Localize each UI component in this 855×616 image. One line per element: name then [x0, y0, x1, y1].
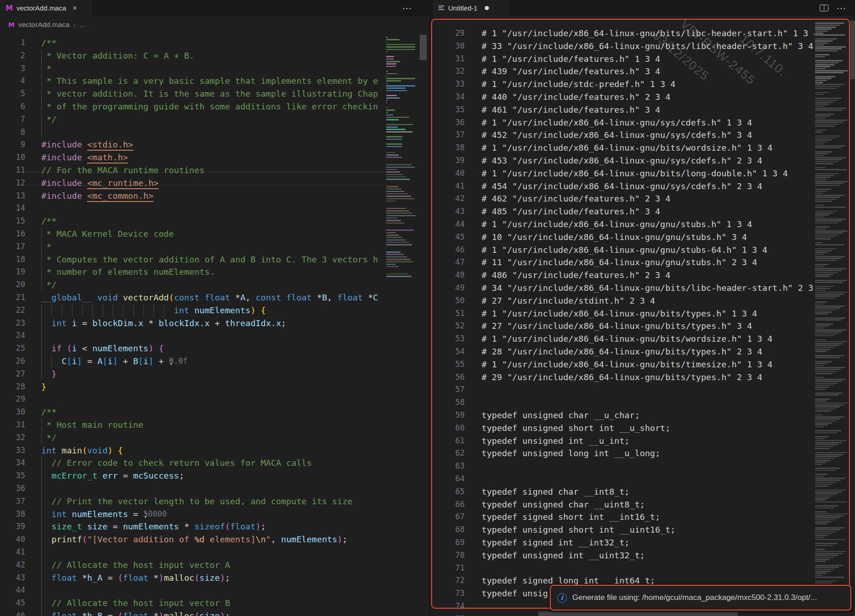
- code-line[interactable]: 20 */: [0, 278, 429, 291]
- code-line[interactable]: 43# 485 "/usr/include/features.h" 3 4: [430, 205, 855, 218]
- code-line[interactable]: 29: [0, 393, 429, 406]
- code-line[interactable]: 38 int numElements = 50000;: [0, 508, 429, 521]
- code-line[interactable]: 14: [0, 202, 429, 215]
- code-line[interactable]: 7 */: [0, 113, 429, 126]
- left-minimap[interactable]: [385, 37, 417, 330]
- code-line[interactable]: 62typedef unsigned long int __u_long;: [430, 447, 855, 460]
- code-line[interactable]: 47# 11 "/usr/include/x86_64-linux-gnu/gn…: [430, 256, 855, 269]
- code-line[interactable]: 21__global__ void vectorAdd(const float …: [0, 291, 429, 304]
- code-line[interactable]: 56# 29 "/usr/include/x86_64-linux-gnu/bi…: [430, 371, 855, 384]
- code-line[interactable]: 68typedef unsigned short int __uint16_t;: [430, 523, 855, 536]
- code-line[interactable]: 8: [0, 126, 429, 139]
- right-editor-actions-more-icon[interactable]: ⋯: [837, 3, 846, 14]
- code-line[interactable]: 51# 1 "/usr/include/x86_64-linux-gnu/bit…: [430, 307, 855, 320]
- code-line[interactable]: 9#include <stdio.h>: [0, 138, 429, 151]
- code-line[interactable]: 65typedef signed char __int8_t;: [430, 485, 855, 498]
- tab-vectoradd-maca[interactable]: M vectorAdd.maca ×: [0, 0, 92, 16]
- code-line[interactable]: 19 * number of elements numElements.: [0, 266, 429, 278]
- code-line[interactable]: 27 }: [0, 368, 429, 381]
- code-line[interactable]: 46# 1 "/usr/include/x86_64-linux-gnu/gnu…: [430, 244, 855, 256]
- code-line[interactable]: 25 if (i < numElements) {: [0, 342, 429, 355]
- code-line[interactable]: 45 // Allocate the host input vector B: [0, 597, 429, 610]
- right-editor[interactable]: 29# 1 "/usr/include/x86_64-linux-gnu/bit…: [430, 16, 855, 616]
- code-line[interactable]: 23 int i = blockDim.x * blockIdx.x + thr…: [0, 317, 429, 330]
- code-line[interactable]: 67typedef signed short int __int16_t;: [430, 511, 855, 523]
- code-line[interactable]: 12#include <mc_runtime.h>: [0, 177, 429, 190]
- code-line[interactable]: 11// For the MACA runtime routines: [0, 164, 429, 177]
- code-line[interactable]: 71: [430, 562, 855, 575]
- code-line[interactable]: 53# 1 "/usr/include/x86_64-linux-gnu/bit…: [430, 333, 855, 345]
- code-line[interactable]: 59typedef unsigned char __u_char;: [430, 409, 855, 422]
- right-scrollbar-handle[interactable]: [850, 21, 855, 79]
- right-horizontal-scrollbar-handle[interactable]: [538, 612, 738, 616]
- code-line[interactable]: 48# 486 "/usr/include/features.h" 2 3 4: [430, 269, 855, 282]
- code-line[interactable]: 60typedef unsigned short int __u_short;: [430, 422, 855, 435]
- code-line[interactable]: 33# 1 "/usr/include/stdc-predef.h" 1 3 4: [430, 78, 855, 91]
- code-line[interactable]: 33int main(void) {: [0, 444, 429, 457]
- code-line[interactable]: 42 // Allocate the host input vector A: [0, 559, 429, 572]
- code-line[interactable]: 36: [0, 482, 429, 495]
- code-line[interactable]: 32 */: [0, 431, 429, 444]
- code-line[interactable]: 13#include <mc_common.h>: [0, 190, 429, 202]
- code-line[interactable]: 58: [430, 396, 855, 409]
- left-scrollbar-handle[interactable]: [420, 35, 427, 60]
- code-line[interactable]: 2 * Vector addition: C = A + B.: [0, 49, 429, 62]
- unsaved-dot-icon[interactable]: [485, 6, 489, 10]
- code-line[interactable]: 37# 452 "/usr/include/x86_64-linux-gnu/s…: [430, 129, 855, 142]
- code-line[interactable]: 64: [430, 473, 855, 485]
- code-line[interactable]: 69typedef signed int __int32_t;: [430, 536, 855, 549]
- close-icon[interactable]: ×: [72, 4, 77, 13]
- code-line[interactable]: 70typedef unsigned int __uint32_t;: [430, 549, 855, 562]
- code-line[interactable]: 24: [0, 329, 429, 342]
- code-line[interactable]: 39# 453 "/usr/include/x86_64-linux-gnu/s…: [430, 154, 855, 167]
- code-line[interactable]: 35# 461 "/usr/include/features.h" 3 4: [430, 104, 855, 116]
- notification-toast[interactable]: i Generate file using: /home/gcui/maca_p…: [550, 585, 851, 611]
- code-line[interactable]: 30/**: [0, 406, 429, 419]
- code-line[interactable]: 37 // Print the vector length to be used…: [0, 495, 429, 508]
- code-line[interactable]: 61typedef unsigned int __u_int;: [430, 435, 855, 447]
- code-line[interactable]: 31 * Host main routine: [0, 419, 429, 431]
- left-editor-actions-more-icon[interactable]: ⋯: [402, 3, 412, 14]
- code-line[interactable]: 44: [0, 584, 429, 597]
- code-line[interactable]: 35 mcError_t err = mcSuccess;: [0, 469, 429, 482]
- split-editor-icon[interactable]: [820, 5, 828, 11]
- code-line[interactable]: 57: [430, 383, 855, 396]
- left-editor[interactable]: 1/**2 * Vector addition: C = A + B.3 *4 …: [0, 33, 429, 616]
- code-line[interactable]: 18 * Computes the vector addition of A a…: [0, 253, 429, 266]
- code-line[interactable]: 32# 439 "/usr/include/features.h" 3 4: [430, 65, 855, 78]
- code-line[interactable]: 66typedef unsigned char __uint8_t;: [430, 498, 855, 511]
- breadcrumb-file[interactable]: vectorAdd.maca: [18, 21, 70, 29]
- breadcrumb-symbol-more[interactable]: …: [79, 21, 87, 29]
- code-line[interactable]: 41: [0, 546, 429, 559]
- code-line[interactable]: 22 int numElements) {: [0, 304, 429, 317]
- code-line[interactable]: 10#include <math.h>: [0, 151, 429, 164]
- code-line[interactable]: 36# 1 "/usr/include/x86_64-linux-gnu/sys…: [430, 116, 855, 129]
- code-line[interactable]: 29# 1 "/usr/include/x86_64-linux-gnu/bit…: [430, 27, 855, 40]
- code-line[interactable]: 42# 462 "/usr/include/features.h" 2 3 4: [430, 192, 855, 205]
- code-line[interactable]: 30# 33 "/usr/include/x86_64-linux-gnu/bi…: [430, 40, 855, 53]
- editor-group-divider[interactable]: [429, 0, 430, 616]
- code-line[interactable]: 3 *: [0, 62, 429, 75]
- code-line[interactable]: 41# 454 "/usr/include/x86_64-linux-gnu/s…: [430, 180, 855, 193]
- code-line[interactable]: 38# 1 "/usr/include/x86_64-linux-gnu/bit…: [430, 142, 855, 154]
- code-line[interactable]: 1/**: [0, 37, 429, 49]
- code-line[interactable]: 46 float *h_B = (float *)malloc(size);: [0, 610, 429, 616]
- code-line[interactable]: 49# 34 "/usr/include/x86_64-linux-gnu/bi…: [430, 282, 855, 294]
- code-line[interactable]: 43 float *h_A = (float *)malloc(size);: [0, 572, 429, 584]
- code-line[interactable]: 5 * vector addition. It is the same as t…: [0, 87, 429, 100]
- code-line[interactable]: 40 printf("[Vector addition of %d elemen…: [0, 533, 429, 546]
- code-line[interactable]: 26 C[i] = A[i] + B[i] + 0.0f;: [0, 355, 429, 368]
- code-line[interactable]: 4 * This sample is a very basic sample t…: [0, 75, 429, 87]
- code-line[interactable]: 55# 1 "/usr/include/x86_64-linux-gnu/bit…: [430, 358, 855, 371]
- code-line[interactable]: 34# 440 "/usr/include/features.h" 2 3 4: [430, 91, 855, 104]
- code-line[interactable]: 52# 27 "/usr/include/x86_64-linux-gnu/bi…: [430, 320, 855, 333]
- code-line[interactable]: 16 * MACA Kernel Device code: [0, 228, 429, 240]
- tab-untitled-1[interactable]: Untitled-1: [433, 0, 509, 16]
- code-line[interactable]: 31# 1 "/usr/include/features.h" 1 3 4: [430, 53, 855, 65]
- code-line[interactable]: 50# 27 "/usr/include/stdint.h" 2 3 4: [430, 294, 855, 307]
- right-minimap[interactable]: [814, 19, 850, 612]
- code-line[interactable]: 15/**: [0, 215, 429, 228]
- code-line[interactable]: 45# 10 "/usr/include/x86_64-linux-gnu/gn…: [430, 231, 855, 244]
- code-line[interactable]: 54# 28 "/usr/include/x86_64-linux-gnu/bi…: [430, 345, 855, 358]
- code-line[interactable]: 44# 1 "/usr/include/x86_64-linux-gnu/gnu…: [430, 218, 855, 231]
